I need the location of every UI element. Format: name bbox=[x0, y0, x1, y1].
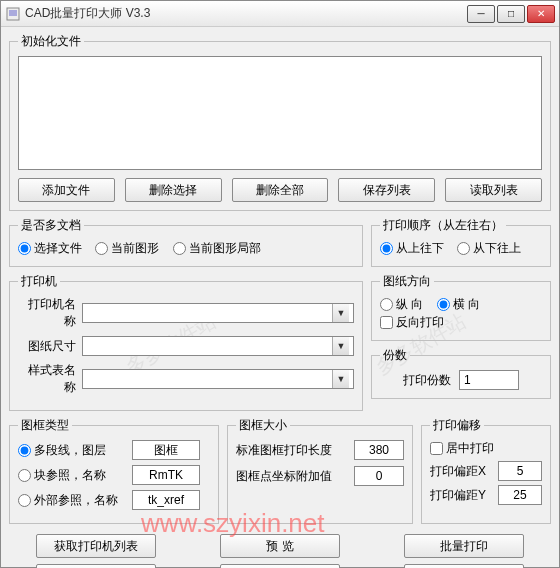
group-printer: 打印机 打印机名称 图纸尺寸 样式表名称 bbox=[9, 273, 363, 411]
close-button[interactable]: ✕ bbox=[527, 5, 555, 23]
paper-size-select[interactable] bbox=[82, 336, 354, 356]
group-order-legend: 打印顺序（从左往右） bbox=[380, 217, 506, 234]
radio-blockref[interactable]: 块参照，名称 bbox=[18, 467, 128, 484]
main-window: CAD批量打印大师 V3.3 ─ □ ✕ www.ddooo.com www.d… bbox=[0, 0, 560, 568]
group-orient: 图纸方向 纵 向 横 向 反向打印 bbox=[371, 273, 551, 341]
label-printer-name: 打印机名称 bbox=[18, 296, 82, 330]
radio-xref[interactable]: 外部参照，名称 bbox=[18, 492, 128, 509]
label-stdlen: 标准图框打印长度 bbox=[236, 442, 354, 459]
stdlen-input[interactable] bbox=[354, 440, 404, 460]
group-copies: 份数 打印份数 bbox=[371, 347, 551, 399]
offy-input[interactable] bbox=[498, 485, 542, 505]
group-framesize-legend: 图框大小 bbox=[236, 417, 290, 434]
delete-selected-button[interactable]: 删除选择 bbox=[125, 178, 222, 202]
label-copies: 打印份数 bbox=[403, 372, 451, 389]
radio-polyline[interactable]: 多段线，图层 bbox=[18, 442, 128, 459]
label-coordadd: 图框点坐标附加值 bbox=[236, 468, 354, 485]
client-area: www.ddooo.com www.ddooo.com 多多软件站 多多软件站 … bbox=[1, 27, 559, 568]
row-printer-orient: 打印机 打印机名称 图纸尺寸 样式表名称 图纸方向 纵 向 bbox=[9, 273, 551, 417]
radio-current-partial[interactable]: 当前图形局部 bbox=[173, 240, 261, 257]
group-orient-legend: 图纸方向 bbox=[380, 273, 434, 290]
preview-button[interactable]: 预 览 bbox=[220, 534, 340, 558]
blockref-input[interactable] bbox=[132, 465, 200, 485]
svg-rect-1 bbox=[9, 10, 17, 16]
radio-portrait[interactable]: 纵 向 bbox=[380, 296, 423, 313]
check-reverse[interactable]: 反向打印 bbox=[380, 314, 444, 331]
row-multidoc-order: 是否多文档 选择文件 当前图形 当前图形局部 打印顺序（从左往右） 从上往下 从… bbox=[9, 217, 551, 273]
group-init-legend: 初始化文件 bbox=[18, 33, 84, 50]
copies-input[interactable] bbox=[459, 370, 519, 390]
group-frametype: 图框类型 多段线，图层 块参照，名称 外部参照，名称 bbox=[9, 417, 219, 524]
group-offset: 打印偏移 居中打印 打印偏距X 打印偏距Y bbox=[421, 417, 551, 524]
group-multidoc-legend: 是否多文档 bbox=[18, 217, 84, 234]
file-buttons: 添加文件 删除选择 删除全部 保存列表 读取列表 bbox=[18, 178, 542, 202]
group-copies-legend: 份数 bbox=[380, 347, 410, 364]
radio-landscape[interactable]: 横 向 bbox=[437, 296, 480, 313]
group-order: 打印顺序（从左往右） 从上往下 从下往上 bbox=[371, 217, 551, 267]
radio-current-drawing[interactable]: 当前图形 bbox=[95, 240, 159, 257]
more-software-button[interactable]: 更多软件 bbox=[36, 564, 156, 568]
printer-name-select[interactable] bbox=[82, 303, 354, 323]
bottom-buttons: 获取打印机列表 更多软件 预 览 帮 助 批量打印 退 出 bbox=[9, 534, 551, 568]
window-title: CAD批量打印大师 V3.3 bbox=[25, 5, 467, 22]
coordadd-input[interactable] bbox=[354, 466, 404, 486]
file-listbox[interactable] bbox=[18, 56, 542, 170]
col-orient-copies: 图纸方向 纵 向 横 向 反向打印 份数 打印份数 bbox=[371, 273, 551, 417]
get-printers-button[interactable]: 获取打印机列表 bbox=[36, 534, 156, 558]
group-frametype-legend: 图框类型 bbox=[18, 417, 72, 434]
group-framesize: 图框大小 标准图框打印长度 图框点坐标附加值 bbox=[227, 417, 413, 524]
offx-input[interactable] bbox=[498, 461, 542, 481]
label-offy: 打印偏距Y bbox=[430, 487, 486, 504]
check-center[interactable]: 居中打印 bbox=[430, 440, 494, 457]
label-offx: 打印偏距X bbox=[430, 463, 486, 480]
radio-select-file[interactable]: 选择文件 bbox=[18, 240, 82, 257]
group-init: 初始化文件 添加文件 删除选择 删除全部 保存列表 读取列表 bbox=[9, 33, 551, 211]
help-button[interactable]: 帮 助 bbox=[220, 564, 340, 568]
label-style-name: 样式表名称 bbox=[18, 362, 82, 396]
save-list-button[interactable]: 保存列表 bbox=[338, 178, 435, 202]
maximize-button[interactable]: □ bbox=[497, 5, 525, 23]
delete-all-button[interactable]: 删除全部 bbox=[232, 178, 329, 202]
load-list-button[interactable]: 读取列表 bbox=[445, 178, 542, 202]
exit-button[interactable]: 退 出 bbox=[404, 564, 524, 568]
row-frame-offset: 图框类型 多段线，图层 块参照，名称 外部参照，名称 图框大小 标准图框打印长度 bbox=[9, 417, 551, 530]
label-paper-size: 图纸尺寸 bbox=[18, 338, 82, 355]
polyline-input[interactable] bbox=[132, 440, 200, 460]
add-file-button[interactable]: 添加文件 bbox=[18, 178, 115, 202]
group-offset-legend: 打印偏移 bbox=[430, 417, 484, 434]
group-multidoc: 是否多文档 选择文件 当前图形 当前图形局部 bbox=[9, 217, 363, 267]
group-printer-legend: 打印机 bbox=[18, 273, 60, 290]
xref-input[interactable] bbox=[132, 490, 200, 510]
minimize-button[interactable]: ─ bbox=[467, 5, 495, 23]
radio-bottom-up[interactable]: 从下往上 bbox=[457, 240, 521, 257]
style-name-select[interactable] bbox=[82, 369, 354, 389]
app-icon bbox=[5, 6, 21, 22]
titlebar: CAD批量打印大师 V3.3 ─ □ ✕ bbox=[1, 1, 559, 27]
radio-top-down[interactable]: 从上往下 bbox=[380, 240, 444, 257]
window-buttons: ─ □ ✕ bbox=[467, 5, 555, 23]
batch-print-button[interactable]: 批量打印 bbox=[404, 534, 524, 558]
